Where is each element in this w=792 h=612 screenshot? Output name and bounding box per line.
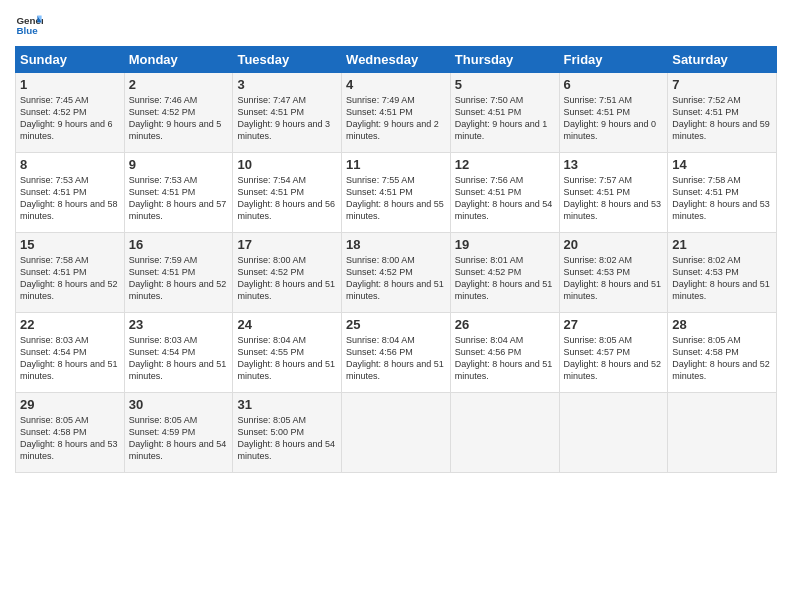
day-number: 16	[129, 237, 229, 252]
sunrise-label: Sunrise: 8:05 AM	[672, 335, 741, 345]
day-number: 31	[237, 397, 337, 412]
daylight-label: Daylight: 8 hours and 51 minutes.	[346, 279, 444, 301]
col-header-tuesday: Tuesday	[233, 47, 342, 73]
sunset-label: Sunset: 4:56 PM	[346, 347, 413, 357]
sunrise-label: Sunrise: 7:54 AM	[237, 175, 306, 185]
sunrise-label: Sunrise: 8:02 AM	[672, 255, 741, 265]
daylight-label: Daylight: 8 hours and 57 minutes.	[129, 199, 227, 221]
calendar-cell: 23 Sunrise: 8:03 AM Sunset: 4:54 PM Dayl…	[124, 313, 233, 393]
sunrise-label: Sunrise: 8:00 AM	[346, 255, 415, 265]
logo: General Blue	[15, 10, 47, 38]
cell-content: Sunrise: 7:50 AM Sunset: 4:51 PM Dayligh…	[455, 94, 555, 143]
calendar-cell: 24 Sunrise: 8:04 AM Sunset: 4:55 PM Dayl…	[233, 313, 342, 393]
sunrise-label: Sunrise: 7:49 AM	[346, 95, 415, 105]
day-number: 6	[564, 77, 664, 92]
day-number: 18	[346, 237, 446, 252]
cell-content: Sunrise: 7:49 AM Sunset: 4:51 PM Dayligh…	[346, 94, 446, 143]
sunset-label: Sunset: 4:57 PM	[564, 347, 631, 357]
logo-icon: General Blue	[15, 10, 43, 38]
daylight-label: Daylight: 8 hours and 51 minutes.	[346, 359, 444, 381]
sunset-label: Sunset: 4:51 PM	[564, 187, 631, 197]
calendar-cell: 21 Sunrise: 8:02 AM Sunset: 4:53 PM Dayl…	[668, 233, 777, 313]
daylight-label: Daylight: 9 hours and 6 minutes.	[20, 119, 113, 141]
sunset-label: Sunset: 4:51 PM	[20, 187, 87, 197]
daylight-label: Daylight: 8 hours and 59 minutes.	[672, 119, 770, 141]
daylight-label: Daylight: 8 hours and 51 minutes.	[672, 279, 770, 301]
sunset-label: Sunset: 4:51 PM	[455, 187, 522, 197]
sunrise-label: Sunrise: 7:47 AM	[237, 95, 306, 105]
calendar-cell: 11 Sunrise: 7:55 AM Sunset: 4:51 PM Dayl…	[342, 153, 451, 233]
calendar-cell: 6 Sunrise: 7:51 AM Sunset: 4:51 PM Dayli…	[559, 73, 668, 153]
day-number: 8	[20, 157, 120, 172]
calendar-cell: 31 Sunrise: 8:05 AM Sunset: 5:00 PM Dayl…	[233, 393, 342, 473]
daylight-label: Daylight: 8 hours and 51 minutes.	[564, 279, 662, 301]
sunset-label: Sunset: 5:00 PM	[237, 427, 304, 437]
day-number: 2	[129, 77, 229, 92]
daylight-label: Daylight: 8 hours and 51 minutes.	[237, 359, 335, 381]
calendar-cell: 8 Sunrise: 7:53 AM Sunset: 4:51 PM Dayli…	[16, 153, 125, 233]
sunset-label: Sunset: 4:51 PM	[237, 187, 304, 197]
day-number: 20	[564, 237, 664, 252]
cell-content: Sunrise: 7:45 AM Sunset: 4:52 PM Dayligh…	[20, 94, 120, 143]
daylight-label: Daylight: 9 hours and 0 minutes.	[564, 119, 657, 141]
day-number: 19	[455, 237, 555, 252]
sunrise-label: Sunrise: 8:05 AM	[237, 415, 306, 425]
sunset-label: Sunset: 4:58 PM	[672, 347, 739, 357]
calendar-week-1: 1 Sunrise: 7:45 AM Sunset: 4:52 PM Dayli…	[16, 73, 777, 153]
sunset-label: Sunset: 4:51 PM	[672, 187, 739, 197]
day-number: 24	[237, 317, 337, 332]
daylight-label: Daylight: 8 hours and 52 minutes.	[672, 359, 770, 381]
calendar-cell: 27 Sunrise: 8:05 AM Sunset: 4:57 PM Dayl…	[559, 313, 668, 393]
day-number: 5	[455, 77, 555, 92]
cell-content: Sunrise: 8:00 AM Sunset: 4:52 PM Dayligh…	[346, 254, 446, 303]
cell-content: Sunrise: 8:05 AM Sunset: 5:00 PM Dayligh…	[237, 414, 337, 463]
sunset-label: Sunset: 4:51 PM	[346, 187, 413, 197]
calendar-cell: 25 Sunrise: 8:04 AM Sunset: 4:56 PM Dayl…	[342, 313, 451, 393]
col-header-thursday: Thursday	[450, 47, 559, 73]
day-number: 11	[346, 157, 446, 172]
sunset-label: Sunset: 4:51 PM	[129, 267, 196, 277]
daylight-label: Daylight: 8 hours and 54 minutes.	[129, 439, 227, 461]
cell-content: Sunrise: 7:53 AM Sunset: 4:51 PM Dayligh…	[129, 174, 229, 223]
cell-content: Sunrise: 7:52 AM Sunset: 4:51 PM Dayligh…	[672, 94, 772, 143]
sunset-label: Sunset: 4:53 PM	[672, 267, 739, 277]
header-row: SundayMondayTuesdayWednesdayThursdayFrid…	[16, 47, 777, 73]
calendar-week-2: 8 Sunrise: 7:53 AM Sunset: 4:51 PM Dayli…	[16, 153, 777, 233]
cell-content: Sunrise: 7:56 AM Sunset: 4:51 PM Dayligh…	[455, 174, 555, 223]
daylight-label: Daylight: 8 hours and 58 minutes.	[20, 199, 118, 221]
cell-content: Sunrise: 7:59 AM Sunset: 4:51 PM Dayligh…	[129, 254, 229, 303]
cell-content: Sunrise: 7:53 AM Sunset: 4:51 PM Dayligh…	[20, 174, 120, 223]
calendar-cell: 2 Sunrise: 7:46 AM Sunset: 4:52 PM Dayli…	[124, 73, 233, 153]
sunrise-label: Sunrise: 7:46 AM	[129, 95, 198, 105]
calendar-week-3: 15 Sunrise: 7:58 AM Sunset: 4:51 PM Dayl…	[16, 233, 777, 313]
sunset-label: Sunset: 4:52 PM	[346, 267, 413, 277]
col-header-saturday: Saturday	[668, 47, 777, 73]
cell-content: Sunrise: 7:55 AM Sunset: 4:51 PM Dayligh…	[346, 174, 446, 223]
daylight-label: Daylight: 8 hours and 53 minutes.	[672, 199, 770, 221]
day-number: 29	[20, 397, 120, 412]
col-header-monday: Monday	[124, 47, 233, 73]
sunrise-label: Sunrise: 8:05 AM	[129, 415, 198, 425]
calendar-body: 1 Sunrise: 7:45 AM Sunset: 4:52 PM Dayli…	[16, 73, 777, 473]
calendar-cell: 29 Sunrise: 8:05 AM Sunset: 4:58 PM Dayl…	[16, 393, 125, 473]
sunrise-label: Sunrise: 7:52 AM	[672, 95, 741, 105]
calendar-table: SundayMondayTuesdayWednesdayThursdayFrid…	[15, 46, 777, 473]
calendar-cell: 28 Sunrise: 8:05 AM Sunset: 4:58 PM Dayl…	[668, 313, 777, 393]
sunrise-label: Sunrise: 8:01 AM	[455, 255, 524, 265]
calendar-cell: 13 Sunrise: 7:57 AM Sunset: 4:51 PM Dayl…	[559, 153, 668, 233]
calendar-week-5: 29 Sunrise: 8:05 AM Sunset: 4:58 PM Dayl…	[16, 393, 777, 473]
calendar-week-4: 22 Sunrise: 8:03 AM Sunset: 4:54 PM Dayl…	[16, 313, 777, 393]
day-number: 27	[564, 317, 664, 332]
sunset-label: Sunset: 4:51 PM	[672, 107, 739, 117]
sunrise-label: Sunrise: 7:58 AM	[20, 255, 89, 265]
calendar-cell: 10 Sunrise: 7:54 AM Sunset: 4:51 PM Dayl…	[233, 153, 342, 233]
cell-content: Sunrise: 8:03 AM Sunset: 4:54 PM Dayligh…	[129, 334, 229, 383]
day-number: 1	[20, 77, 120, 92]
sunrise-label: Sunrise: 7:57 AM	[564, 175, 633, 185]
calendar-cell: 19 Sunrise: 8:01 AM Sunset: 4:52 PM Dayl…	[450, 233, 559, 313]
day-number: 10	[237, 157, 337, 172]
cell-content: Sunrise: 7:58 AM Sunset: 4:51 PM Dayligh…	[20, 254, 120, 303]
cell-content: Sunrise: 8:04 AM Sunset: 4:56 PM Dayligh…	[455, 334, 555, 383]
cell-content: Sunrise: 8:02 AM Sunset: 4:53 PM Dayligh…	[672, 254, 772, 303]
cell-content: Sunrise: 8:05 AM Sunset: 4:58 PM Dayligh…	[672, 334, 772, 383]
